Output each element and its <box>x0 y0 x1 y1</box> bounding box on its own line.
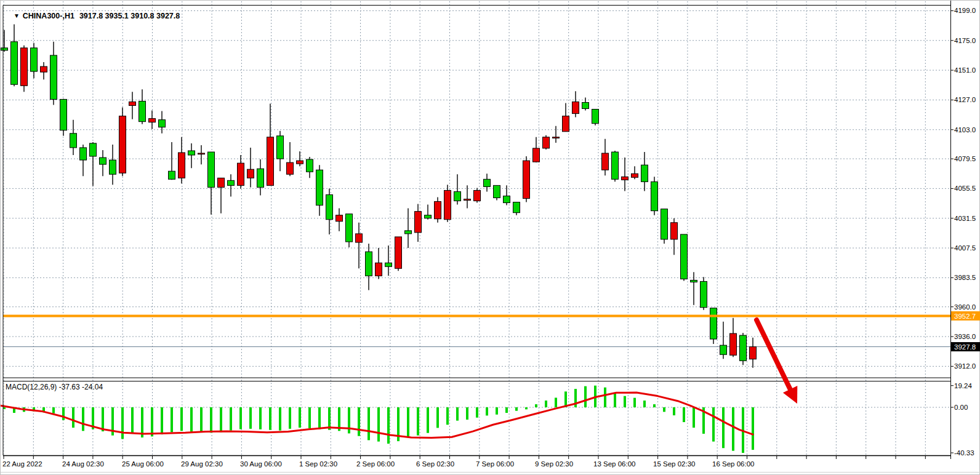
svg-text:7 Sep 06:00: 7 Sep 06:00 <box>476 460 514 468</box>
svg-text:6 Sep 02:30: 6 Sep 02:30 <box>416 460 454 468</box>
svg-text:2 Sep 06:00: 2 Sep 06:00 <box>356 460 395 468</box>
svg-text:3960.0: 3960.0 <box>954 303 976 311</box>
macd-histogram <box>3 386 754 453</box>
svg-text:4007.5: 4007.5 <box>954 244 976 252</box>
trend-arrow-annotation <box>757 320 797 404</box>
time-axis: 22 Aug 202224 Aug 02:3025 Aug 06:0029 Au… <box>1 456 980 473</box>
orange-price-tag: 3952.7 <box>951 311 980 321</box>
svg-text:3952.7: 3952.7 <box>954 313 976 320</box>
symbol-period-label: CHINA300-,H1 <box>23 12 74 20</box>
svg-text:16 Sep 06:00: 16 Sep 06:00 <box>712 460 754 468</box>
svg-text:22 Aug 2022: 22 Aug 2022 <box>2 460 42 468</box>
svg-text:30 Aug 06:00: 30 Aug 06:00 <box>240 460 282 468</box>
svg-text:24 Aug 02:30: 24 Aug 02:30 <box>62 460 104 468</box>
current-price-tag: 3927.8 <box>951 342 980 351</box>
svg-text:25 Aug 06:00: 25 Aug 06:00 <box>122 460 164 468</box>
macd-indicator-label: MACD(12,26,9) -37.63 -24.04 <box>6 383 103 391</box>
chart-canvas[interactable]: 4199.04175.04151.04127.04103.04079.54055… <box>1 1 980 475</box>
svg-text:13 Sep 06:00: 13 Sep 06:00 <box>593 460 635 468</box>
svg-text:29 Aug 02:30: 29 Aug 02:30 <box>181 460 223 468</box>
chart-title: ▼CHINA300-,H13917.8 3935.1 3910.8 3927.8 <box>5 3 180 29</box>
svg-text:4127.0: 4127.0 <box>954 96 976 103</box>
svg-text:4079.5: 4079.5 <box>954 155 976 162</box>
svg-text:4055.5: 4055.5 <box>954 185 976 192</box>
gridlines <box>3 1 950 455</box>
svg-text:-40.33: -40.33 <box>954 449 974 457</box>
macd-axis: 19.240.00-40.33 <box>950 382 974 457</box>
chart-window: 4199.04175.04151.04127.04103.04079.54055… <box>0 0 980 475</box>
svg-text:19.24: 19.24 <box>954 382 972 389</box>
svg-text:4031.5: 4031.5 <box>954 215 976 222</box>
svg-text:4199.0: 4199.0 <box>954 7 976 14</box>
svg-text:3927.8: 3927.8 <box>954 343 976 351</box>
svg-text:3936.0: 3936.0 <box>954 333 976 340</box>
svg-text:4103.0: 4103.0 <box>954 126 976 134</box>
panel-borders <box>3 1 951 459</box>
svg-text:0.00: 0.00 <box>954 404 968 411</box>
svg-text:4151.0: 4151.0 <box>954 66 976 74</box>
svg-text:15 Sep 02:30: 15 Sep 02:30 <box>653 460 695 468</box>
svg-text:3983.5: 3983.5 <box>954 274 976 281</box>
svg-text:3912.0: 3912.0 <box>954 362 976 370</box>
title-ohlc-values: 3917.8 3935.1 3910.8 3927.8 <box>79 12 180 20</box>
svg-text:1 Sep 02:30: 1 Sep 02:30 <box>299 460 337 468</box>
symbol-dropdown-icon[interactable]: ▼ <box>14 12 20 19</box>
svg-text:4175.0: 4175.0 <box>954 37 976 44</box>
svg-text:9 Sep 02:30: 9 Sep 02:30 <box>535 460 573 468</box>
